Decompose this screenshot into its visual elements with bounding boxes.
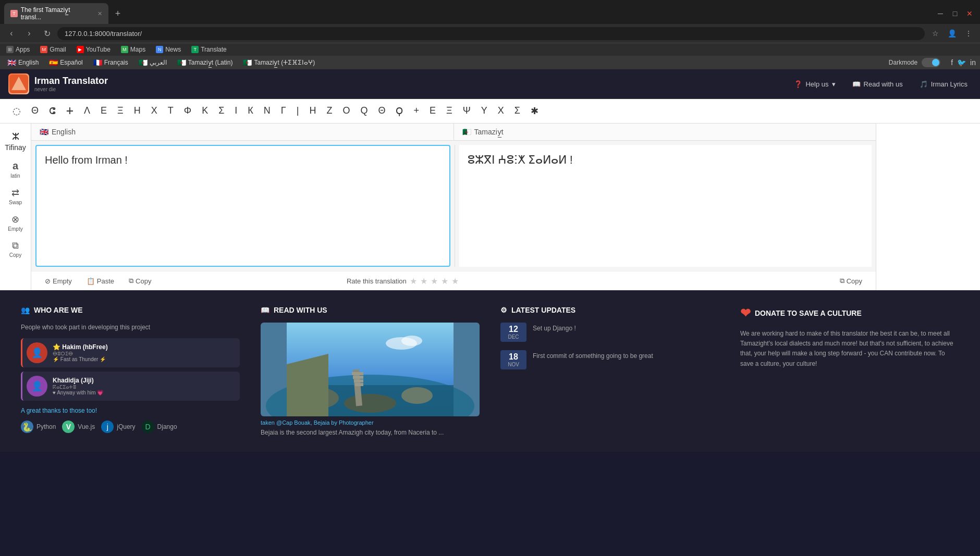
- key-31[interactable]: Σ: [510, 103, 524, 119]
- bookmark-maps[interactable]: M Maps: [119, 45, 148, 54]
- key-23[interactable]: Θ: [374, 103, 389, 119]
- help-btn[interactable]: ❓ Help us ▾: [790, 78, 839, 90]
- linkedin-icon[interactable]: in: [970, 58, 976, 67]
- active-tab[interactable]: T The first Tamaziy̲t transl... ✕: [4, 3, 108, 24]
- key-10[interactable]: Τ: [164, 103, 178, 119]
- lang-tamazight-tifinagh[interactable]: 🇩🇿 Tamaziy̲t (ⵜⵉⴼⵉⵏⴰⵖ): [240, 57, 318, 68]
- key-9[interactable]: Χ: [147, 103, 162, 119]
- address-input[interactable]: [57, 27, 925, 40]
- people-icon: 👥: [21, 306, 30, 314]
- profile-button[interactable]: 👤: [945, 26, 959, 41]
- app-title-section: Irman Translator never die: [34, 76, 108, 92]
- hakim-name-text: Hakim (hbFree): [62, 343, 107, 351]
- facebook-icon[interactable]: f: [951, 58, 953, 67]
- bookmark-gmail[interactable]: M Gmail: [38, 45, 68, 54]
- key-24[interactable]: Ϙ: [391, 103, 407, 119]
- minimize-button[interactable]: ─: [934, 7, 947, 20]
- key-13[interactable]: Σ: [214, 103, 228, 119]
- key-7[interactable]: Ξ: [113, 103, 128, 119]
- sidebar-tifinay-label: Tifinay: [5, 143, 26, 152]
- thanks-link[interactable]: A great thanks to those too!: [21, 407, 240, 414]
- key-2[interactable]: Θ: [27, 103, 43, 119]
- lang-french[interactable]: 🇫🇷 Français: [90, 57, 131, 68]
- sidebar-item-tifinay[interactable]: ⵣ Tifinay: [2, 128, 29, 155]
- bookmark-translate[interactable]: T Translate: [189, 45, 229, 54]
- key-3[interactable]: ⵛ: [45, 103, 60, 119]
- twitter-icon[interactable]: 🐦: [957, 58, 966, 67]
- sidebar: ⵣ Tifinay a latin ⇄ Swap ⊗ Empty ⧉ Copy: [0, 123, 31, 290]
- star-button[interactable]: ☆: [928, 26, 942, 41]
- lyrics-btn[interactable]: 🎵 Irman Lyrics: [915, 78, 972, 90]
- heart-icon: ❤: [740, 306, 751, 320]
- key-20[interactable]: Ζ: [322, 103, 336, 119]
- sidebar-item-latin[interactable]: a latin: [2, 157, 29, 182]
- tab-close-btn[interactable]: ✕: [97, 10, 102, 17]
- who-title: 👥 WHO ARE WE: [21, 306, 240, 314]
- key-19[interactable]: Η: [305, 103, 320, 119]
- star-4[interactable]: ★: [441, 276, 448, 286]
- empty-button[interactable]: ⊘ Empty: [40, 275, 77, 287]
- lang-tamazight-latin[interactable]: 🇩🇿 Tamaziy̲t (Latin): [174, 57, 236, 68]
- star-5[interactable]: ★: [451, 276, 459, 286]
- key-11[interactable]: Φ: [180, 103, 195, 119]
- key-12[interactable]: Κ: [198, 103, 212, 119]
- key-5[interactable]: Λ: [80, 103, 94, 119]
- gear-icon: ⚙: [500, 306, 507, 314]
- sidebar-item-copy[interactable]: ⧉ Copy: [2, 237, 29, 261]
- hakim-name: ⭐ Hakim (hbFree): [53, 343, 108, 351]
- key-8[interactable]: Η: [130, 103, 145, 119]
- sidebar-item-swap[interactable]: ⇄ Swap: [2, 184, 29, 208]
- maximize-button[interactable]: □: [949, 7, 961, 20]
- bookmark-apps[interactable]: ⊞ Apps: [4, 45, 32, 54]
- khadidja-desc: ♥ Anyway with him 💗: [53, 390, 103, 396]
- lang-arabic[interactable]: 🇩🇿 العربي: [136, 57, 170, 68]
- lang-spanish[interactable]: 🇪🇸 Español: [46, 57, 85, 68]
- sidebar-latin-label: latin: [10, 173, 20, 179]
- key-32[interactable]: ✱: [526, 103, 543, 119]
- key-29[interactable]: Υ: [477, 103, 492, 119]
- back-button[interactable]: ‹: [4, 26, 19, 41]
- tech-vuejs: V Vue.js: [62, 421, 95, 433]
- key-25[interactable]: +: [409, 103, 423, 119]
- forward-button[interactable]: ›: [22, 26, 36, 41]
- source-text-input[interactable]: Hello from Irman !: [35, 145, 450, 267]
- arabic-flag: 🇩🇿: [139, 58, 148, 67]
- paste-button[interactable]: 📋 Paste: [81, 275, 119, 287]
- key-27[interactable]: Ξ: [442, 103, 457, 119]
- bookmark-youtube[interactable]: ▶ YouTube: [75, 45, 113, 54]
- key-14[interactable]: Ι: [230, 103, 241, 119]
- key-30[interactable]: Χ: [494, 103, 508, 119]
- key-17[interactable]: Γ: [277, 103, 290, 119]
- key-6[interactable]: Ε: [96, 103, 111, 119]
- key-16[interactable]: Ν: [260, 103, 275, 119]
- key-1[interactable]: ◌: [8, 103, 25, 119]
- bookmark-maps-label: Maps: [130, 46, 145, 53]
- star-1[interactable]: ★: [410, 276, 417, 286]
- bookmarks-bar: ⊞ Apps M Gmail ▶ YouTube M Maps N News T…: [0, 43, 980, 56]
- star-2[interactable]: ★: [420, 276, 427, 286]
- key-26[interactable]: Ε: [425, 103, 440, 119]
- member-hakim[interactable]: 👤 ⭐ Hakim (hbFree) ⴱⵓⵔⵉⴱ ⚡ Fast as Thund…: [21, 338, 240, 367]
- new-tab-button[interactable]: +: [111, 6, 125, 21]
- member-khadidja[interactable]: 👤 Khadidja (Jiji) ⴽⴰⵎⵉⴰⵜⵓ ♥ Anyway with …: [21, 372, 240, 401]
- close-button[interactable]: ✕: [963, 7, 976, 20]
- reload-button[interactable]: ↻: [40, 26, 54, 41]
- copy-source-button[interactable]: ⧉ Copy: [124, 275, 156, 287]
- bookmark-news[interactable]: N News: [154, 45, 183, 54]
- star-3[interactable]: ★: [431, 276, 438, 286]
- bookmark-apps-label: Apps: [16, 46, 30, 53]
- key-18[interactable]: |: [292, 103, 303, 119]
- sidebar-item-empty[interactable]: ⊗ Empty: [2, 211, 29, 235]
- copy-target-button[interactable]: ⧉ Copy: [835, 275, 867, 287]
- lang-english[interactable]: 🇬🇧 English: [4, 57, 42, 68]
- key-15[interactable]: К: [243, 103, 258, 119]
- darkmode-toggle[interactable]: [922, 58, 940, 67]
- read-caption[interactable]: taken @Cap Bouak, Bejaia by Photographer: [261, 419, 480, 426]
- key-21[interactable]: Ο: [338, 103, 354, 119]
- source-flag: 🇬🇧: [40, 128, 48, 136]
- key-22[interactable]: Q: [356, 103, 372, 119]
- key-28[interactable]: Ψ: [459, 103, 475, 119]
- read-btn[interactable]: 📖 Read with us: [848, 78, 907, 90]
- key-4[interactable]: ⵜ: [62, 103, 78, 119]
- menu-button[interactable]: ⋮: [961, 26, 976, 41]
